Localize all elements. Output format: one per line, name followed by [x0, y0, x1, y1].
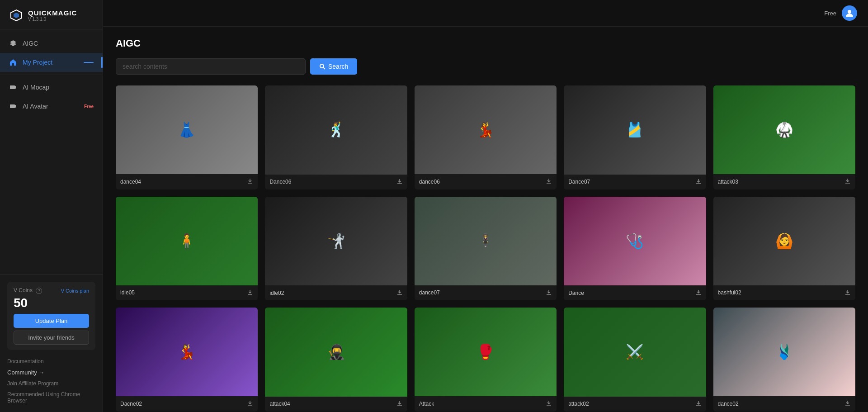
video-name: idle02 — [269, 290, 284, 296]
vcoins-amount: 50 — [14, 296, 89, 310]
download-icon[interactable] — [247, 289, 253, 297]
video-card[interactable]: 🤺idle02 — [265, 197, 407, 301]
video-card[interactable]: 🥋attack03 — [713, 85, 855, 189]
video-name: dance02 — [718, 401, 739, 407]
download-icon[interactable] — [247, 400, 253, 407]
video-card[interactable]: 🩺Dance — [564, 197, 706, 301]
sidebar-links: Documentation Community → Join Affiliate… — [7, 355, 95, 405]
video-name: Dance07 — [568, 179, 590, 185]
download-icon[interactable] — [396, 178, 403, 186]
svg-rect-4 — [10, 104, 15, 108]
layers-icon — [9, 39, 17, 47]
download-icon[interactable] — [844, 178, 851, 185]
svg-point-6 — [848, 10, 851, 14]
video-name: Dacne02 — [120, 401, 142, 407]
video-mocap-icon — [9, 83, 17, 91]
download-icon[interactable] — [546, 400, 552, 407]
video-name: dance06 — [419, 179, 440, 185]
video-card[interactable]: 🥊Attack — [415, 308, 557, 412]
video-card[interactable]: 👗dance04 — [116, 85, 258, 189]
home-icon — [9, 58, 17, 66]
video-name: bashful02 — [718, 289, 741, 296]
logo-area: QUICKMAGIC V 1.3.1.0 — [0, 0, 103, 29]
download-icon[interactable] — [396, 289, 403, 297]
video-card[interactable]: 💃Dacne02 — [116, 308, 258, 412]
sidebar-item-ai-avatar[interactable]: AI Avatar Free — [0, 97, 103, 116]
logo-text: QUICKMAGIC V 1.3.1.0 — [28, 9, 77, 22]
topbar: Free — [103, 0, 868, 27]
vcoins-box: V Coins ? V Coins plan 50 Update Plan In… — [7, 282, 95, 350]
video-card[interactable]: 🕴dance07 — [415, 197, 557, 301]
video-name: Dance06 — [269, 179, 291, 185]
affiliate-link[interactable]: Join Affiliate Program — [7, 379, 95, 388]
download-icon[interactable] — [396, 400, 403, 408]
chrome-link[interactable]: Recommended Using Chrome Browser — [7, 390, 95, 405]
update-plan-button[interactable]: Update Plan — [14, 314, 89, 328]
sidebar-nav: AIGC My Project AI Mocap AI Avatar Free — [0, 29, 103, 274]
download-icon[interactable] — [546, 178, 552, 185]
video-card[interactable]: 🩱dance02 — [713, 308, 855, 412]
logo-title: QUICKMAGIC — [28, 9, 77, 17]
search-icon — [319, 63, 326, 70]
video-card[interactable]: 🎽Dance07 — [564, 85, 706, 189]
community-link[interactable]: Community → — [7, 368, 95, 377]
sidebar-item-aigc-label: AIGC — [23, 40, 38, 47]
content-area: AIGC Search 👗dance04🕺Dance06💃dance06🎽Dan… — [103, 27, 868, 412]
svg-marker-1 — [14, 13, 19, 18]
download-icon[interactable] — [844, 289, 851, 297]
free-label: Free — [824, 10, 836, 17]
sidebar-item-ai-avatar-label: AI Avatar — [23, 103, 48, 110]
svg-point-7 — [320, 64, 324, 68]
search-button[interactable]: Search — [310, 58, 357, 75]
free-badge: Free — [84, 104, 94, 109]
svg-marker-5 — [15, 104, 16, 108]
video-name: attack02 — [568, 401, 589, 407]
video-name: Attack — [419, 401, 434, 407]
search-btn-label: Search — [328, 63, 348, 70]
video-name: dance07 — [419, 289, 440, 296]
sidebar-bottom: V Coins ? V Coins plan 50 Update Plan In… — [0, 274, 103, 412]
invite-friends-button[interactable]: Invite your friends — [14, 331, 89, 345]
help-icon[interactable]: ? — [36, 288, 42, 294]
video-card[interactable]: 🥷attack04 — [265, 308, 407, 412]
vcoins-plan-link[interactable]: V Coins plan — [61, 288, 89, 294]
video-card[interactable]: 🕺Dance06 — [265, 85, 407, 189]
svg-marker-3 — [15, 85, 16, 89]
sidebar-item-ai-mocap-label: AI Mocap — [23, 84, 49, 91]
logo-icon — [9, 8, 24, 23]
page-title: AIGC — [116, 38, 855, 49]
download-icon[interactable] — [695, 289, 702, 297]
topbar-right: Free — [824, 5, 857, 21]
video-card[interactable]: 💃dance06 — [415, 85, 557, 189]
sidebar-item-aigc[interactable]: AIGC — [0, 34, 103, 53]
video-grid: 👗dance04🕺Dance06💃dance06🎽Dance07🥋attack0… — [116, 85, 855, 412]
sidebar-item-my-project[interactable]: My Project — [0, 53, 103, 72]
video-name: attack03 — [718, 179, 738, 185]
search-input[interactable] — [116, 58, 306, 75]
video-name: idle05 — [120, 289, 135, 296]
video-card[interactable]: ⚔️attack02 — [564, 308, 706, 412]
search-bar: Search — [116, 58, 855, 75]
video-card[interactable]: 🧍idle05 — [116, 197, 258, 301]
vcoins-label: V Coins ? — [14, 287, 42, 294]
sidebar-item-ai-mocap[interactable]: AI Mocap — [0, 78, 103, 97]
user-avatar[interactable] — [842, 5, 857, 21]
sidebar-divider-1 — [0, 75, 103, 75]
svg-line-8 — [323, 67, 325, 69]
video-avatar-icon — [9, 102, 17, 110]
download-icon[interactable] — [546, 289, 552, 297]
video-name: attack04 — [269, 401, 290, 407]
sidebar-item-my-project-label: My Project — [23, 59, 52, 66]
active-indicator — [84, 62, 94, 63]
download-icon[interactable] — [247, 178, 253, 185]
logo-version: V 1.3.1.0 — [28, 17, 77, 22]
sidebar: QUICKMAGIC V 1.3.1.0 AIGC My Project AI — [0, 0, 103, 412]
download-icon[interactable] — [695, 178, 702, 186]
download-icon[interactable] — [695, 400, 702, 408]
video-card[interactable]: 🙆bashful02 — [713, 197, 855, 301]
download-icon[interactable] — [844, 400, 851, 407]
main-area: Free AIGC Search 👗dance04🕺Dance06💃dance0… — [103, 0, 868, 412]
documentation-link[interactable]: Documentation — [7, 357, 95, 365]
svg-rect-2 — [10, 85, 15, 89]
video-name: dance04 — [120, 179, 141, 185]
